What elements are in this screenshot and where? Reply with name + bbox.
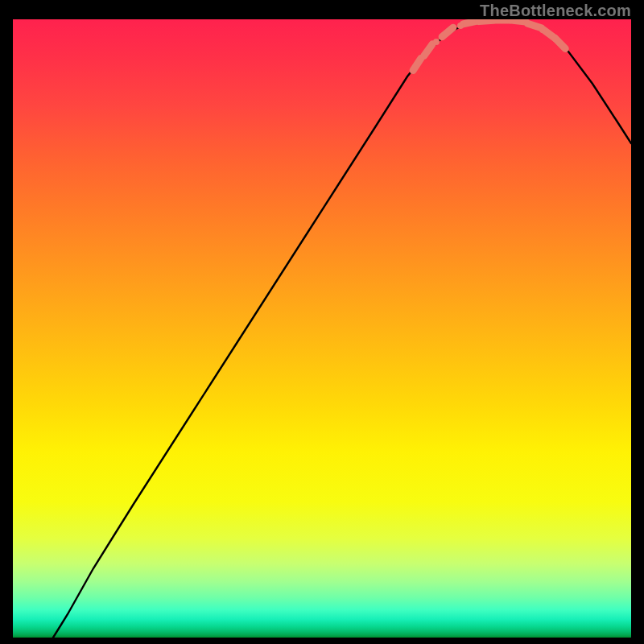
heatmap-gradient-background [13, 19, 631, 638]
attribution-text: TheBottleneck.com [480, 2, 631, 20]
chart-frame [13, 19, 631, 638]
